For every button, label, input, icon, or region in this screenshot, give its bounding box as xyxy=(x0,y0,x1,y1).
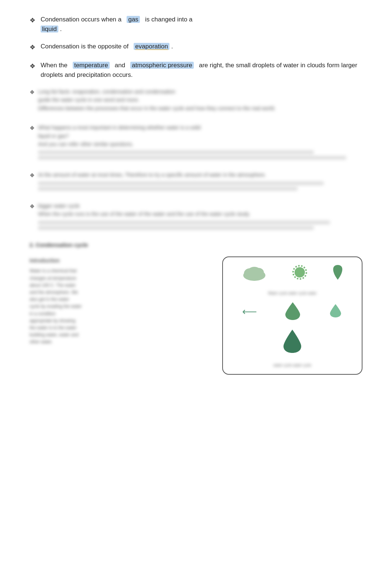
diagram-top-caption: Water cycle water cycle water xyxy=(268,290,317,296)
droplet-mid-sm xyxy=(329,303,343,321)
blurred-item-2: ❖ What happens a most important in deter… xyxy=(30,123,362,160)
section-label: 2. Condensation cycle xyxy=(30,241,362,249)
bullet-content-2: Condensation is the opposite of evaporat… xyxy=(41,42,362,51)
blurred-content-1: Long list facts: evaporation, condensati… xyxy=(38,88,362,112)
bullet-content-1: Condensation occurs when a gas is change… xyxy=(41,15,362,34)
blurred-bullet-1: ❖ xyxy=(30,88,34,97)
bullet1-prefix: Condensation occurs when a xyxy=(41,16,121,23)
cloud-shape-top xyxy=(240,264,269,284)
bullet1-suffix: . xyxy=(60,25,62,33)
bullet1-highlight2: liquid xyxy=(41,25,58,33)
diagram-bottom-row xyxy=(229,328,356,357)
droplet-bottom xyxy=(281,328,305,357)
bottom-section: Introduction Water is a chemical that ch… xyxy=(30,256,362,375)
cloud-svg xyxy=(240,264,269,281)
blurred-section: ❖ Long list facts: evaporation, condensa… xyxy=(30,88,362,230)
blurred-item-3: ❖ At the amount of water at most times, … xyxy=(30,171,362,190)
diagram-top-row xyxy=(229,263,356,285)
bullet1-middle: is changed into a xyxy=(145,16,193,23)
bottom-text-column: Introduction Water is a chemical that ch… xyxy=(30,256,215,375)
bullet-item-3: ❖ When the temperature and atmospheric p… xyxy=(30,61,362,79)
arrow-left: ⟵ xyxy=(242,304,257,320)
introduction-body: Water is a chemical that changes at temp… xyxy=(30,268,215,346)
droplet-mid xyxy=(283,300,302,324)
leaf-svg xyxy=(330,264,345,280)
blurred-bullet-2: ❖ xyxy=(30,124,34,133)
bullet-icon-3: ❖ xyxy=(30,61,35,71)
blurred-item-1: ❖ Long list facts: evaporation, condensa… xyxy=(30,88,362,112)
bullet-icon-1: ❖ xyxy=(30,16,35,25)
bullet3-prefix: When the xyxy=(41,62,68,69)
svg-point-4 xyxy=(295,267,305,278)
diagram-bottom-caption: water cycle water cycle xyxy=(274,363,312,368)
bullet3-highlight1: temperature xyxy=(73,62,110,69)
sun-shape-top xyxy=(290,263,309,285)
droplet-svg-mid xyxy=(283,300,302,321)
bullet2-prefix: Condensation is the opposite of xyxy=(41,43,128,50)
blurred-item-4: ❖ bigger water cycle When the cycle runs… xyxy=(30,202,362,230)
blurred-content-4: bigger water cycle When the cycle runs i… xyxy=(38,202,362,230)
droplet-svg-sm xyxy=(329,303,343,318)
blurred-bullet-4: ❖ xyxy=(30,203,34,211)
droplet-svg-bottom xyxy=(281,328,305,354)
bullet-content-3: When the temperature and atmospheric pre… xyxy=(41,61,362,79)
diagram-middle-row: ⟵ xyxy=(229,300,356,324)
blurred-content-2: What happens a most important in determi… xyxy=(38,123,362,160)
svg-point-3 xyxy=(248,267,261,276)
bullet3-middle1: and xyxy=(115,62,125,69)
bullet1-highlight1: gas xyxy=(127,16,140,23)
leaf-shape-top xyxy=(330,264,345,283)
blurred-bullet-3: ❖ xyxy=(30,171,34,180)
bullet-icon-2: ❖ xyxy=(30,42,35,52)
sun-svg xyxy=(290,263,309,282)
bullet2-highlight1: evaporation xyxy=(134,43,169,50)
blurred-content-3: At the amount of water at most times, Th… xyxy=(38,171,362,190)
bullet-item-1: ❖ Condensation occurs when a gas is chan… xyxy=(30,15,362,34)
introduction-label: Introduction xyxy=(30,256,215,265)
bullet-item-2: ❖ Condensation is the opposite of evapor… xyxy=(30,42,362,52)
bullet2-suffix: . xyxy=(171,43,173,50)
bullet3-highlight2: atmospheric pressure xyxy=(130,62,193,69)
water-cycle-diagram: Water cycle water cycle water ⟵ xyxy=(222,256,362,375)
